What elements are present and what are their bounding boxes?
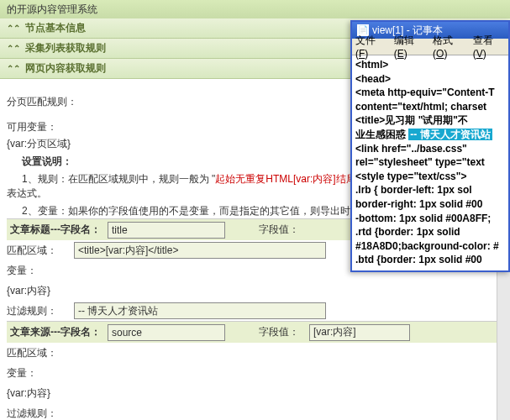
var-label: 可用变量：: [7, 120, 57, 134]
panel-label: 采集列表获取规则: [25, 41, 106, 55]
filter-rule-row: 过滤规则：: [7, 301, 503, 321]
panel-label: 网页内容获取规则: [25, 61, 106, 76]
section-label: 文章来源---: [10, 326, 60, 338]
highlighted-text: -- 博天人才资讯站: [408, 129, 492, 140]
field-name-label: 字段名：: [60, 223, 101, 235]
field-value-label: 字段值：: [259, 325, 299, 339]
var-content: {var:内容}: [7, 284, 50, 298]
menu-edit[interactable]: 编辑(E): [394, 34, 426, 60]
title-filter-input[interactable]: [74, 302, 326, 319]
notepad-window[interactable]: 📄 view[1] - 记事本 文件(F) 编辑(E) 格式(O) 查看(V) …: [350, 20, 510, 272]
section-label: 文章标题---: [10, 223, 60, 235]
var-value: {var:分页区域}: [7, 137, 71, 151]
notepad-menubar: 文件(F) 编辑(E) 格式(O) 查看(V): [352, 39, 508, 55]
match-area-row: 匹配区域：: [7, 343, 503, 363]
filter-label: 过滤规则：: [7, 304, 74, 318]
notepad-body[interactable]: <html> <head> <meta http-equiv="Content-…: [352, 55, 508, 270]
variable-label: 变量：: [7, 264, 74, 278]
field-value-label: 字段值：: [259, 223, 299, 237]
collapse-icon: ⌃⌃: [7, 44, 20, 53]
var-content-row: {var:内容}: [7, 383, 503, 403]
source-value-input[interactable]: [309, 324, 410, 341]
menu-file[interactable]: 文件(F): [355, 34, 387, 60]
variable-label: 变量：: [7, 366, 74, 381]
app-title: 的开源内容管理系统: [7, 3, 97, 15]
panel-label: 节点基本信息: [25, 21, 86, 35]
var-content-row: {var:内容}: [7, 281, 503, 301]
title-match-input[interactable]: [74, 242, 326, 259]
match-area-label: 匹配区域：: [7, 244, 74, 258]
collapse-icon: ⌃⌃: [7, 64, 20, 73]
paging-rule-label: 分页匹配规则：: [7, 95, 77, 109]
source-name-input[interactable]: [108, 324, 225, 341]
field-name-label: 字段名：: [60, 326, 101, 338]
app-title-bar: 的开源内容管理系统: [0, 0, 510, 18]
match-area-label: 匹配区域：: [7, 346, 74, 360]
collapse-icon: ⌃⌃: [7, 24, 20, 33]
variable-row: 变量：: [7, 363, 503, 383]
filter-rule-row: 过滤规则：: [7, 403, 503, 420]
filter-label: 过滤规则：: [7, 407, 74, 421]
menu-format[interactable]: 格式(O): [433, 34, 466, 60]
article-source-row: 文章来源---字段名： 字段值：: [7, 321, 503, 343]
title-name-input[interactable]: [108, 222, 225, 239]
menu-view[interactable]: 查看(V): [473, 34, 505, 60]
var-content: {var:内容}: [7, 386, 50, 401]
